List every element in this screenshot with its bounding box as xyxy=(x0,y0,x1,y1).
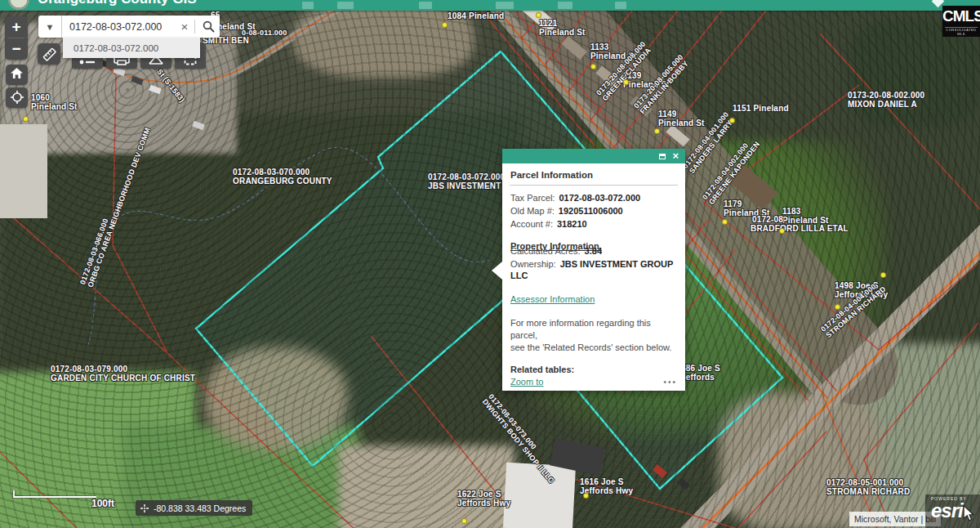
popup-field-row: Calculated Acres:3.84 xyxy=(510,245,677,257)
zoom-to-link[interactable]: Zoom to xyxy=(510,377,543,387)
map-label: BRADFORD LILLA ETAL xyxy=(751,225,849,234)
map-label: 0172-08-03-073.000DWIGHTS BODY SHOP II L… xyxy=(481,392,563,485)
divider xyxy=(510,185,678,186)
map-label: 0172-08-03-070.000ORANGEBURG COUNTY xyxy=(233,168,332,186)
popup-field-row: Account #:318210 xyxy=(510,218,677,230)
attribution-text: Microsoft, Vantor | bill xyxy=(854,514,936,524)
powered-by-text: POWERED BY xyxy=(931,496,980,501)
locate-me-button[interactable] xyxy=(6,87,28,108)
header-menu-hint xyxy=(558,2,572,9)
header-menu-hint xyxy=(496,2,514,9)
map-label: 1622 Joe SJeffords Hwy xyxy=(457,490,510,508)
building xyxy=(0,124,47,218)
map-label: 1060Pineland St xyxy=(31,94,78,111)
county-seal-logo xyxy=(8,0,29,10)
popup-title: Parcel Information xyxy=(510,170,677,180)
ruler-icon xyxy=(42,47,56,61)
popup-header: × xyxy=(502,149,685,163)
map-label: 1183Pineland St xyxy=(782,208,829,225)
clear-search-button[interactable]: × xyxy=(176,20,193,34)
map-label: 1121Pineland St xyxy=(539,20,586,37)
map-label: 0173-20-08-002.000MIXON DANIEL A xyxy=(848,92,924,109)
locate-crosshair-icon xyxy=(11,91,24,104)
related-tables-label: Related tables: xyxy=(510,365,677,374)
maximize-icon[interactable] xyxy=(659,154,666,159)
parcel-info-popup: × Parcel Information Tax Parcel:0172-08-… xyxy=(502,149,685,391)
coordinates-text: -80.838 33.483 Degrees xyxy=(154,503,246,513)
vehicle xyxy=(677,477,690,490)
zoom-in-button[interactable]: + xyxy=(5,16,28,38)
vehicle xyxy=(131,76,144,85)
cmls-logo-subtext: CONSOLIDATED MLS xyxy=(945,27,978,36)
building xyxy=(561,36,586,60)
esri-logo-text: esri xyxy=(931,501,980,521)
measure-distance-icon xyxy=(79,59,96,65)
parcel-id-fields: Tax Parcel:0172-08-03-072.000Old Map #:1… xyxy=(510,192,677,230)
map-label: 1151 Pineland xyxy=(733,105,789,114)
building xyxy=(666,124,689,146)
zoom-control: + − xyxy=(5,16,28,60)
more-options-icon[interactable]: ••• xyxy=(663,378,677,387)
address-point-dot xyxy=(461,518,467,524)
address-point-dot xyxy=(23,116,29,122)
assessor-information-link[interactable]: Assessor Information xyxy=(510,294,595,304)
header-menu-hint xyxy=(419,2,432,9)
header-menu-hint xyxy=(337,2,354,9)
header-menu-hint xyxy=(302,2,314,9)
map-label: 0172-08-03-079.000GARDEN CITY CHURCH OF … xyxy=(51,365,195,383)
scale-bar-label: 100ft xyxy=(91,498,114,509)
search-button[interactable] xyxy=(197,20,220,33)
vehicle xyxy=(192,121,205,130)
map-label: 586 Joe SJeffords xyxy=(681,365,720,382)
map-label: 0172-08-03-066.000ORBG CO AREA NEIGHBORH… xyxy=(78,123,152,288)
divider xyxy=(194,20,195,34)
cmls-logo: CMLS CONSOLIDATED MLS xyxy=(942,6,980,37)
close-x-icon: × xyxy=(181,20,189,34)
address-point-dot xyxy=(880,272,886,278)
map-label: 1149Pineland St xyxy=(658,110,705,128)
home-icon xyxy=(11,68,23,79)
map-label: SMITH BEN xyxy=(203,37,249,46)
crosshair-icon xyxy=(140,503,149,513)
popup-field-row: Old Map #:1920511006000 xyxy=(510,205,677,217)
search-suggestion-panel: 0172-08-03-072.000 xyxy=(63,38,200,58)
map-label: 1084 Pineland xyxy=(448,12,504,21)
address-point-dot xyxy=(779,228,785,234)
zoom-out-button[interactable]: − xyxy=(5,38,28,60)
map-label: 0172-08-05-001.000STROMAN RICHARD xyxy=(826,479,910,496)
gis-map-application[interactable]: 1084 Pineland1121Pineland St1133Pineland… xyxy=(0,0,980,528)
address-point-dot xyxy=(623,79,629,85)
map-label: 0172-08 xyxy=(752,216,783,225)
esri-logo: POWERED BY esri xyxy=(925,494,980,528)
cmls-logo-text: CMLS xyxy=(942,6,980,27)
home-extent-button[interactable] xyxy=(6,65,28,85)
parcel-search-box: ▼ × xyxy=(38,16,220,38)
scale-bar xyxy=(11,487,101,503)
header-menu-hint xyxy=(615,2,626,9)
popup-field-row: Tax Parcel:0172-08-03-072.000 xyxy=(510,192,677,204)
chevron-down-icon: ▼ xyxy=(46,22,55,32)
app-header-bar: Orangeburg County GIS xyxy=(0,0,980,11)
address-point-dot xyxy=(722,219,728,225)
search-source-dropdown[interactable]: ▼ xyxy=(38,16,62,38)
address-point-dot xyxy=(729,118,735,123)
address-point-dot xyxy=(654,128,660,134)
address-point-dot xyxy=(583,493,589,499)
address-point-dot xyxy=(442,22,448,28)
popup-pointer xyxy=(492,262,502,280)
popup-field-row: Ownership:JBS INVESTMENT GROUP LLC xyxy=(510,258,677,281)
measure-tool-button[interactable] xyxy=(38,43,60,65)
search-suggestion-item[interactable]: 0172-08-03-072.000 xyxy=(63,43,158,53)
address-point-dot xyxy=(835,304,840,310)
search-input[interactable] xyxy=(62,21,176,33)
address-point-dot xyxy=(590,64,596,69)
vehicle xyxy=(653,464,667,478)
property-fields: Calculated Acres:3.84Ownership:JBS INVES… xyxy=(510,245,677,281)
coordinate-readout: -80.838 33.483 Degrees xyxy=(136,500,252,516)
magnifier-icon xyxy=(203,20,215,33)
popup-note: For more information regarding this parc… xyxy=(510,317,677,354)
close-icon[interactable]: × xyxy=(672,151,679,161)
map-label: 0172-08-03-072.000JBS INVESTMENT xyxy=(428,173,505,190)
vehicle xyxy=(149,85,162,94)
app-title: Orangeburg County GIS xyxy=(38,0,197,7)
